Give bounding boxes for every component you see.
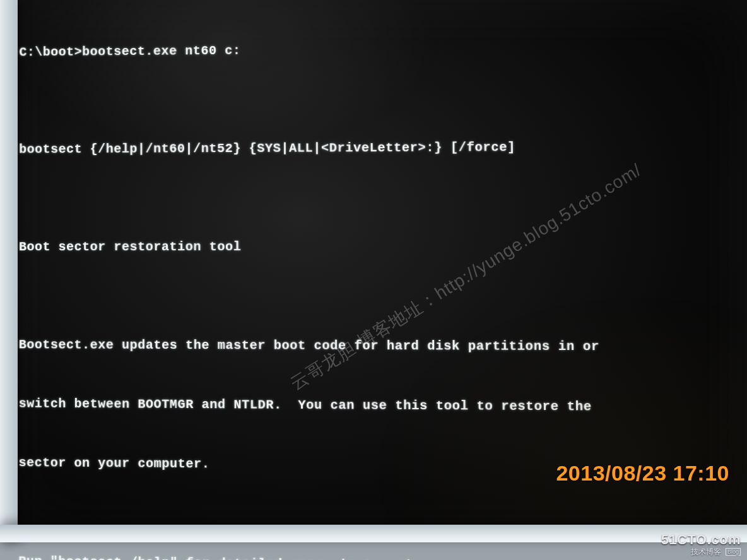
terminal-line: Boot sector restoration tool [19, 236, 747, 257]
terminal-line: switch between BOOTMGR and NTLDR. You ca… [19, 394, 747, 417]
camera-timestamp: 2013/08/23 17:10 [556, 461, 729, 486]
monitor-screen: C:\boot>bootsect.exe nt60 c: bootsect {/… [0, 0, 747, 542]
monitor-bezel-left [0, 0, 18, 542]
terminal-line [19, 196, 747, 198]
site-blog-tag: Blog [726, 548, 741, 556]
command-prompt-terminal[interactable]: C:\boot>bootsect.exe nt60 c: bootsect {/… [18, 0, 747, 532]
terminal-line: Run "bootsect /help" for detailed usage … [18, 551, 747, 560]
site-domain: 51CTO.com [661, 532, 741, 548]
terminal-line [18, 512, 747, 519]
terminal-line: bootsect {/help|/nt60|/nt52} {SYS|ALL|<D… [19, 136, 747, 159]
site-sub: 技术博客 Blog [661, 547, 741, 557]
site-watermark-badge: 51CTO.com 技术博客 Blog [661, 532, 741, 557]
monitor-bezel-bottom [0, 525, 747, 542]
terminal-line [19, 296, 747, 296]
terminal-line [19, 96, 747, 101]
terminal-line: Bootsect.exe updates the master boot cod… [19, 335, 747, 357]
terminal-line: C:\boot>bootsect.exe nt60 c: [19, 37, 747, 62]
site-sub-text: 技术博客 [691, 547, 721, 556]
